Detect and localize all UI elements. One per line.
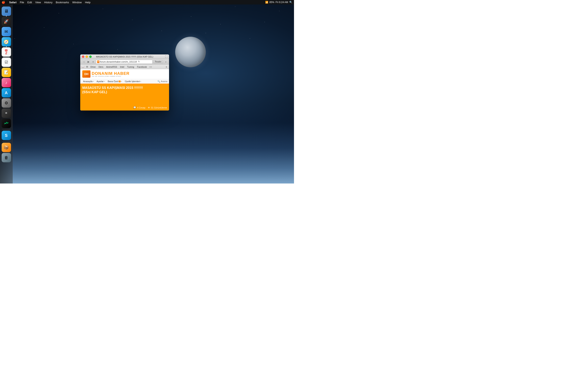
- replies-icon: 💬: [133, 106, 136, 109]
- browser-content: DH DONANIM HABER SIK SIK GÜNCELLENEn HAB…: [80, 69, 169, 110]
- dock-activity-monitor[interactable]: [2, 119, 11, 128]
- apple-menu-icon[interactable]: 🍎: [2, 1, 5, 4]
- dock-trash[interactable]: 🗑: [2, 153, 11, 162]
- menubar-window[interactable]: Window: [71, 0, 83, 4]
- menubar-history[interactable]: History: [43, 0, 54, 4]
- menubar-edit[interactable]: Edit: [26, 0, 34, 4]
- post-replies: 💬 4 Cevap: [133, 106, 145, 109]
- bookmark-drive[interactable]: Drive: [89, 65, 97, 68]
- bana-ozel-badge: 1: [119, 81, 121, 82]
- add-bookmark-button[interactable]: +: [164, 65, 168, 69]
- site-favicon: dh: [97, 60, 99, 63]
- wifi-icon: 📶: [265, 1, 268, 4]
- dock-calendar[interactable]: JAN 2: [2, 47, 11, 57]
- dock-appstore[interactable]: A: [2, 88, 11, 98]
- views-icon: 👁: [148, 106, 150, 109]
- dock-safari[interactable]: 🧭: [2, 37, 11, 47]
- dh-nav-bana-ozel[interactable]: Bana Özel 1 ▾: [107, 80, 123, 83]
- clock: Fri 6:24 AM: [276, 1, 288, 4]
- dh-nav-uyelik[interactable]: Üyelik İşlemleri ▾: [123, 80, 142, 83]
- desktop: 🍎 Safari File Edit View History Bookmark…: [0, 0, 294, 184]
- dock-archive[interactable]: 📦: [2, 143, 11, 152]
- dh-site-subtitle: SIK SIK GÜNCELLENEn HABER SİTESİ: [92, 76, 130, 77]
- post-title-line2: (SSni KAP GEL): [82, 90, 107, 94]
- browser-window: MASAÜSTÜ SS KAPIŞMASI 2015 !!!!!!!! (SSn…: [80, 54, 169, 110]
- window-expand-button[interactable]: ⛶: [165, 55, 167, 58]
- dock-reminders[interactable]: ☑: [2, 58, 11, 67]
- close-button[interactable]: [82, 55, 84, 58]
- address-bar[interactable]: dh forum.donanimhaber.com/m_101118 ↻: [96, 60, 153, 64]
- browser-toolbar: ◀ ▶ + dh forum.donanimhaber.com/m_101118…: [80, 59, 169, 65]
- add-tab-button[interactable]: +: [91, 60, 95, 64]
- dh-nav-ayarlar[interactable]: Ayarlar ▾: [95, 80, 106, 83]
- moon-graphic: [175, 37, 206, 67]
- uyelik-dropdown-icon: ▾: [140, 81, 141, 82]
- dh-navigation: Anasayfa ▾ Ayarlar ▾ Bana Özel 1 ▾ Üyeli…: [80, 79, 169, 84]
- reader-button[interactable]: Reader: [153, 60, 163, 63]
- url-display: forum.donanimhaber.com/m_101118: [100, 60, 137, 63]
- search-status-icon[interactable]: 🔍: [289, 1, 292, 4]
- bookmarks-overflow[interactable]: >>: [148, 65, 153, 68]
- bookmarks-reading-list[interactable]: 📖: [81, 65, 85, 69]
- anasayfa-dropdown-icon: ▾: [93, 81, 94, 82]
- menubar-file[interactable]: File: [18, 0, 26, 4]
- post-stats: 💬 4 Cevap 👁 31 Görüntüleme: [82, 106, 167, 109]
- dh-logo[interactable]: DH DONANIM HABER SIK SIK GÜNCELLENEn HAB…: [82, 70, 130, 78]
- bookmarks-bar: 📖 ⊞ Drive Ders AnimeRSS Intel Tureng Fac…: [80, 65, 169, 69]
- menubar-help[interactable]: Help: [83, 0, 92, 4]
- search-icon: 🔍: [157, 80, 160, 83]
- back-button[interactable]: ◀: [81, 60, 86, 64]
- post-title-line1: MASAÜSTÜ SS KAPIŞMASI 2015 !!!!!!!!: [82, 86, 143, 90]
- maximize-button[interactable]: [89, 55, 92, 58]
- bookmark-tureng[interactable]: Tureng: [126, 65, 135, 68]
- dock-settings[interactable]: ⚙: [2, 98, 11, 108]
- bookmark-facebook[interactable]: Facebook: [136, 65, 148, 68]
- toolbar-more-button[interactable]: »: [164, 60, 168, 64]
- forward-button[interactable]: ▶: [86, 60, 90, 64]
- dh-logo-icon: DH: [82, 70, 90, 78]
- post-title[interactable]: MASAÜSTÜ SS KAPIŞMASI 2015 !!!!!!!! (SSn…: [82, 86, 167, 94]
- search-label: Arama: [161, 80, 167, 83]
- bookmark-ders[interactable]: Ders: [97, 65, 104, 68]
- dh-site-name: DONANIM HABER: [92, 71, 130, 76]
- window-controls: [82, 55, 92, 58]
- dock-skype[interactable]: S: [2, 131, 11, 140]
- dock-stickies[interactable]: 📝: [2, 68, 11, 77]
- dock-calculator[interactable]: =: [2, 108, 11, 118]
- dh-logo-text: DONANIM HABER SIK SIK GÜNCELLENEn HABER …: [92, 71, 130, 77]
- menubar-bookmarks[interactable]: Bookmarks: [54, 0, 71, 4]
- reload-button[interactable]: ↻: [138, 60, 141, 63]
- battery-status: 85%: [269, 1, 274, 4]
- minimize-button[interactable]: [86, 55, 88, 58]
- dh-site-header: DH DONANIM HABER SIK SIK GÜNCELLENEn HAB…: [80, 69, 169, 79]
- post-views: 👁 31 Görüntüleme: [148, 106, 167, 109]
- ayarlar-dropdown-icon: ▾: [104, 81, 105, 82]
- window-title: MASAÜSTÜ SS KAPIŞMASI 2015 !!!!!!!! (SSn…: [80, 55, 169, 58]
- menubar-view[interactable]: View: [34, 0, 43, 4]
- menubar-app-name[interactable]: Safari: [8, 0, 18, 4]
- dh-nav-search[interactable]: 🔍 Arama: [157, 80, 167, 83]
- bookmarks-top-sites[interactable]: ⊞: [85, 65, 89, 69]
- replies-count: 4 Cevap: [137, 106, 145, 109]
- bana-ozel-dropdown-icon: ▾: [121, 81, 122, 82]
- dh-nav-anasayfa[interactable]: Anasayfa ▾: [82, 80, 95, 83]
- menubar-items: Safari File Edit View History Bookmarks …: [8, 0, 265, 4]
- bookmark-intel[interactable]: Intel: [119, 65, 126, 68]
- dh-post-content: MASAÜSTÜ SS KAPIŞMASI 2015 !!!!!!!! (SSn…: [80, 84, 169, 110]
- views-count: 31 Görüntüleme: [151, 106, 167, 109]
- dock-divider-2: [2, 141, 10, 142]
- menubar: 🍎 Safari File Edit View History Bookmark…: [0, 0, 294, 4]
- menubar-status: 📶 85% Fri 6:24 AM 🔍: [265, 1, 292, 4]
- bookmark-animerss[interactable]: AnimeRSS: [105, 65, 118, 68]
- browser-titlebar: MASAÜSTÜ SS KAPIŞMASI 2015 !!!!!!!! (SSn…: [80, 54, 169, 59]
- dock-mail[interactable]: ✉: [2, 27, 11, 36]
- dock: 🖥 🚀 ✉ 🧭 JAN 2 ☑ 📝 ♪ A: [0, 4, 13, 184]
- dock-finder[interactable]: 🖥: [2, 7, 11, 16]
- dock-music[interactable]: ♪: [2, 78, 11, 87]
- dock-launchpad[interactable]: 🚀: [2, 17, 11, 26]
